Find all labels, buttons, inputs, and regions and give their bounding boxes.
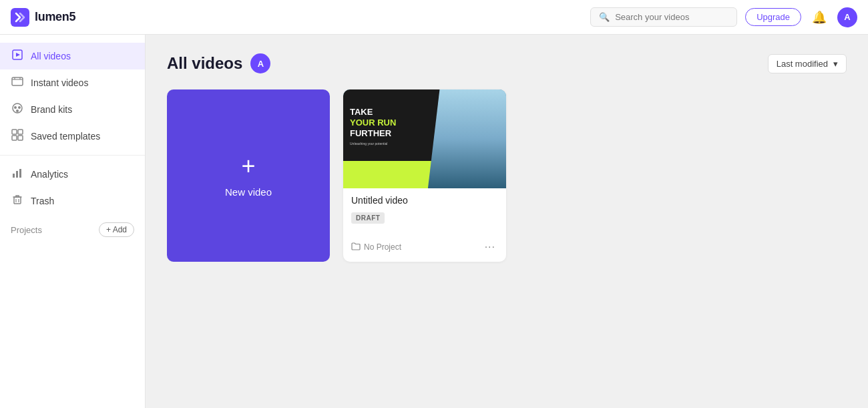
brand-kits-icon xyxy=(11,102,24,117)
projects-label: Projects xyxy=(11,225,42,235)
video-title: Untitled video xyxy=(351,195,498,206)
sidebar-item-trash-label: Trash xyxy=(31,196,54,206)
logo-text: lumen5 xyxy=(35,10,75,24)
all-videos-icon xyxy=(11,49,24,63)
content-header: All videos A Last modified ▾ xyxy=(167,53,847,73)
content-avatar: A xyxy=(250,53,270,73)
new-video-label: New video xyxy=(225,186,272,198)
status-badge: DRAFT xyxy=(351,212,385,224)
sidebar-item-analytics-label: Analytics xyxy=(31,169,68,180)
svg-rect-12 xyxy=(18,130,23,134)
sort-label: Last modified xyxy=(777,59,828,69)
new-video-card[interactable]: + New video xyxy=(167,89,330,262)
notification-bell-button[interactable]: 🔔 xyxy=(809,7,829,27)
app-header: lumen5 🔍 Upgrade 🔔 A xyxy=(0,0,868,35)
sidebar-item-instant-videos-label: Instant videos xyxy=(31,77,88,88)
search-box[interactable]: 🔍 xyxy=(590,7,737,27)
video-grid: + New video TAKE YOUR RUN FURTHER Unleas… xyxy=(167,89,847,262)
thumbnail-background: TAKE YOUR RUN FURTHER Unleashing your po… xyxy=(343,89,506,188)
trash-icon xyxy=(11,194,24,208)
svg-rect-18 xyxy=(14,197,21,204)
sidebar-item-saved-templates-label: Saved templates xyxy=(31,131,100,142)
video-footer: No Project ··· xyxy=(343,236,506,261)
instant-videos-icon xyxy=(11,75,24,90)
table-row[interactable]: TAKE YOUR RUN FURTHER Unleashing your po… xyxy=(343,89,506,262)
video-more-options-button[interactable]: ··· xyxy=(482,240,498,254)
projects-section: Projects + Add xyxy=(0,217,145,242)
svg-rect-13 xyxy=(12,136,17,140)
sidebar-item-brand-kits-label: Brand kits xyxy=(31,104,72,115)
svg-marker-2 xyxy=(16,53,20,57)
thumbnail-sub: Unleashing your potential xyxy=(350,142,443,146)
sidebar-item-saved-templates[interactable]: Saved templates xyxy=(0,123,145,150)
sidebar-item-all-videos[interactable]: All videos xyxy=(0,43,145,69)
thumbnail-line2: YOUR RUN xyxy=(350,118,443,128)
svg-point-8 xyxy=(14,106,17,109)
sidebar: All videos Instant videos Brand kits Sav… xyxy=(0,35,146,408)
thumbnail-line3: FURTHER xyxy=(350,129,443,138)
content-title-group: All videos A xyxy=(167,53,270,73)
video-thumbnail: TAKE YOUR RUN FURTHER Unleashing your po… xyxy=(343,89,506,188)
folder-icon xyxy=(351,242,361,253)
plus-icon: + xyxy=(241,154,255,178)
search-input[interactable] xyxy=(615,12,728,22)
main-content: All videos A Last modified ▾ + New video… xyxy=(146,35,868,408)
header-logo-area: lumen5 xyxy=(11,8,75,27)
sidebar-item-all-videos-label: All videos xyxy=(31,51,71,61)
page-title: All videos xyxy=(167,54,242,73)
svg-rect-17 xyxy=(19,169,21,178)
saved-templates-icon xyxy=(11,129,24,144)
svg-rect-15 xyxy=(13,174,15,178)
video-info: Untitled video DRAFT xyxy=(343,188,506,236)
main-layout: All videos Instant videos Brand kits Sav… xyxy=(0,35,868,408)
no-project-text: No Project xyxy=(364,242,401,252)
chevron-down-icon: ▾ xyxy=(833,59,838,69)
sidebar-item-trash[interactable]: Trash xyxy=(0,188,145,214)
add-project-button[interactable]: + Add xyxy=(99,222,134,237)
header-actions: 🔍 Upgrade 🔔 A xyxy=(590,7,857,27)
search-icon: 🔍 xyxy=(599,12,610,22)
user-avatar-button[interactable]: A xyxy=(837,7,857,27)
analytics-icon xyxy=(11,167,24,182)
svg-point-10 xyxy=(16,110,19,112)
thumbnail-line1: TAKE xyxy=(350,108,443,117)
sort-dropdown[interactable]: Last modified ▾ xyxy=(768,54,847,73)
sidebar-divider xyxy=(0,155,145,156)
sidebar-item-instant-videos[interactable]: Instant videos xyxy=(0,69,145,96)
thumbnail-photo xyxy=(428,89,506,188)
svg-rect-3 xyxy=(12,77,23,85)
svg-point-9 xyxy=(18,106,21,109)
lumen5-logo-icon xyxy=(11,8,29,27)
sidebar-item-analytics[interactable]: Analytics xyxy=(0,161,145,188)
svg-rect-16 xyxy=(16,171,18,178)
upgrade-button[interactable]: Upgrade xyxy=(745,8,801,26)
svg-rect-11 xyxy=(12,130,17,134)
sidebar-item-brand-kits[interactable]: Brand kits xyxy=(0,96,145,123)
svg-rect-14 xyxy=(18,136,23,140)
no-project-label: No Project xyxy=(351,242,401,253)
